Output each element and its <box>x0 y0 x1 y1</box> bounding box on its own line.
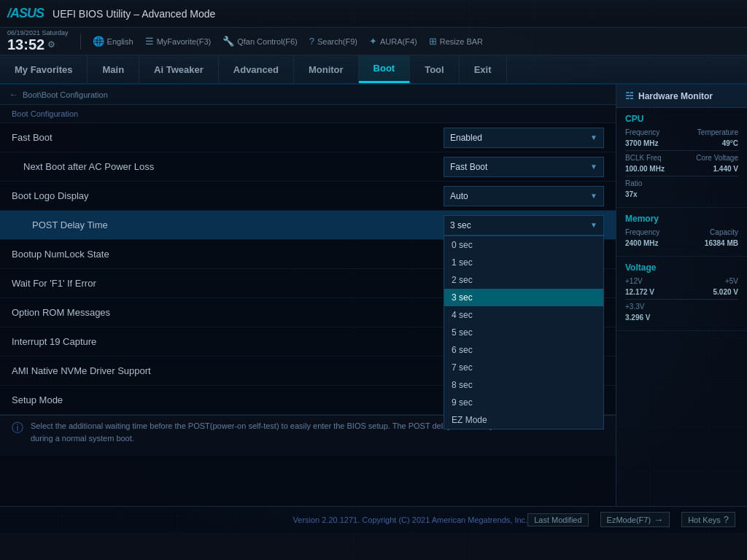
hw-monitor-title: Hardware Monitor <box>638 91 713 101</box>
v5-value: 5.020 V <box>713 288 738 296</box>
cpu-section: CPU Frequency Temperature 3700 MHz 49°C … <box>616 108 747 208</box>
mem-frequency-value-row: 2400 MHz 16384 MB <box>625 239 738 247</box>
option-5sec[interactable]: 5 sec <box>444 324 603 341</box>
option-6sec[interactable]: 6 sec <box>444 341 603 359</box>
next-boot-dropdown[interactable]: Fast Boot ▼ <box>444 157 604 177</box>
search-button[interactable]: ? Search(F9) <box>309 36 357 47</box>
cpu-frequency-value-row: 3700 MHz 49°C <box>625 139 738 147</box>
ratio-value-row: 37x <box>625 190 738 198</box>
bclk-row: BCLK Freq Core Voltage <box>625 154 738 162</box>
resizebar-label: Resize BAR <box>440 37 483 46</box>
nav-monitor[interactable]: Monitor <box>294 55 359 83</box>
memory-section: Memory Frequency Capacity 2400 MHz 16384… <box>616 208 747 257</box>
memory-section-title: Memory <box>625 214 738 224</box>
section-title: Boot Configuration <box>12 109 78 118</box>
fast-boot-dropdown[interactable]: Enabled ▼ <box>444 128 604 148</box>
next-boot-arrow: ▼ <box>590 163 597 171</box>
option-3sec[interactable]: 3 sec <box>444 289 603 306</box>
v12-value: 12.172 V <box>625 288 654 296</box>
content-area: ← Boot\Boot Configuration Boot Configura… <box>0 85 616 506</box>
back-icon[interactable]: ← <box>9 89 18 100</box>
boot-logo-label: Boot Logo Display <box>12 190 444 201</box>
resize-icon: ⊞ <box>429 36 437 47</box>
last-modified-button[interactable]: Last Modified <box>527 513 588 526</box>
v5-label: +5V <box>725 277 738 285</box>
nav-my-favorites[interactable]: My Favorites <box>0 55 88 83</box>
option-8sec[interactable]: 8 sec <box>444 376 603 394</box>
language-label: English <box>107 37 133 46</box>
boot-logo-dropdown[interactable]: Auto ▼ <box>444 186 604 206</box>
qfan-button[interactable]: 🔧 Qfan Control(F6) <box>222 36 298 47</box>
info-icon: ⓘ <box>12 421 23 436</box>
ezmode-label: EzMode(F7) <box>607 516 651 524</box>
topbar-items: 🌐 English ☰ MyFavorite(F3) 🔧 Qfan Contro… <box>93 36 740 47</box>
globe-icon: 🌐 <box>93 36 104 47</box>
settings-icon[interactable]: ⚙ <box>47 40 55 50</box>
myfavorite-button[interactable]: ☰ MyFavorite(F3) <box>145 36 212 47</box>
breadcrumb-text: Boot\Boot Configuration <box>23 90 108 99</box>
v12-label: +12V <box>625 277 643 285</box>
asus-logo: /ASUS <box>7 6 44 21</box>
option-1sec[interactable]: 1 sec <box>444 254 603 271</box>
fast-boot-dropdown-wrapper: Enabled ▼ <box>444 128 604 148</box>
bclk-label: BCLK Freq <box>625 154 661 162</box>
search-icon: ? <box>309 36 314 47</box>
v33-label: +3.3V <box>625 303 644 311</box>
v33-value: 3.296 V <box>625 314 650 322</box>
nav-ai-tweaker[interactable]: Ai Tweaker <box>139 55 219 83</box>
post-delay-dropdown[interactable]: 3 sec ▼ <box>444 215 604 236</box>
bclk-value: 100.00 MHz <box>625 165 665 173</box>
language-selector[interactable]: 🌐 English <box>93 36 133 47</box>
navbar: My Favorites Main Ai Tweaker Advanced Mo… <box>0 55 747 85</box>
fast-boot-row[interactable]: Fast Boot Enabled ▼ <box>0 123 616 152</box>
nav-exit[interactable]: Exit <box>460 55 507 83</box>
post-delay-row[interactable]: POST Delay Time 3 sec ▼ 0 sec 1 sec 2 se… <box>0 211 616 240</box>
section-header: Boot Configuration <box>0 105 616 123</box>
ezmode-button[interactable]: EzMode(F7) → <box>600 512 670 527</box>
nav-advanced[interactable]: Advanced <box>219 55 294 83</box>
option-0sec[interactable]: 0 sec <box>444 236 603 254</box>
topbar: 06/19/2021 Saturday 13:52 ⚙ 🌐 English ☰ … <box>0 28 747 55</box>
option-4sec[interactable]: 4 sec <box>444 306 603 324</box>
nav-boot[interactable]: Boot <box>359 55 411 83</box>
boot-logo-arrow: ▼ <box>590 192 597 200</box>
hw-monitor: ☵ Hardware Monitor CPU Frequency Tempera… <box>616 85 747 506</box>
post-delay-arrow: ▼ <box>590 221 597 229</box>
footer-right: Last Modified EzMode(F7) → Hot Keys ? <box>527 512 735 527</box>
ratio-row: Ratio <box>625 179 738 187</box>
next-boot-row[interactable]: Next Boot after AC Power Loss Fast Boot … <box>0 152 616 182</box>
corevolt-label: Core Voltage <box>696 154 738 162</box>
hotkeys-button[interactable]: Hot Keys ? <box>681 512 735 527</box>
fast-boot-value: Enabled <box>450 133 482 143</box>
next-boot-value: Fast Boot <box>450 162 487 172</box>
aura-button[interactable]: ✦ AURA(F4) <box>369 36 417 47</box>
nav-tool[interactable]: Tool <box>410 55 459 83</box>
nav-main[interactable]: Main <box>88 55 139 83</box>
ratio-value: 37x <box>625 190 638 198</box>
hotkeys-label: Hot Keys <box>688 516 721 524</box>
aura-icon: ✦ <box>369 36 377 47</box>
aura-label: AURA(F4) <box>380 37 417 46</box>
resizebar-button[interactable]: ⊞ Resize BAR <box>429 36 483 47</box>
option-ezmode[interactable]: EZ Mode <box>444 411 603 429</box>
post-delay-dropdown-menu: 0 sec 1 sec 2 sec 3 sec 4 sec 5 sec 6 se… <box>444 236 604 429</box>
mem-frequency-row: Frequency Capacity <box>625 228 738 236</box>
footer-version: Version 2.20.1271. Copyright (C) 2021 Am… <box>293 516 528 524</box>
v12-value-row: 12.172 V 5.020 V <box>625 288 738 296</box>
option-2sec[interactable]: 2 sec <box>444 271 603 289</box>
cpu-freq-label: Frequency <box>625 128 659 136</box>
voltage-section-title: Voltage <box>625 262 738 273</box>
main-layout: ← Boot\Boot Configuration Boot Configura… <box>0 85 747 506</box>
option-9sec[interactable]: 9 sec <box>444 394 603 411</box>
boot-logo-value: Auto <box>450 191 468 201</box>
cpu-divider1 <box>625 150 738 151</box>
option-7sec[interactable]: 7 sec <box>444 359 603 376</box>
cpu-frequency-row: Frequency Temperature <box>625 128 738 136</box>
cpu-temp-label: Temperature <box>697 128 738 136</box>
boot-logo-row[interactable]: Boot Logo Display Auto ▼ <box>0 182 616 211</box>
last-modified-label: Last Modified <box>534 516 581 524</box>
cpu-temp-value: 49°C <box>722 139 738 147</box>
mem-freq-value: 2400 MHz <box>625 239 659 247</box>
v33-row: +3.3V <box>625 303 738 311</box>
date-display: 06/19/2021 Saturday <box>7 30 69 37</box>
